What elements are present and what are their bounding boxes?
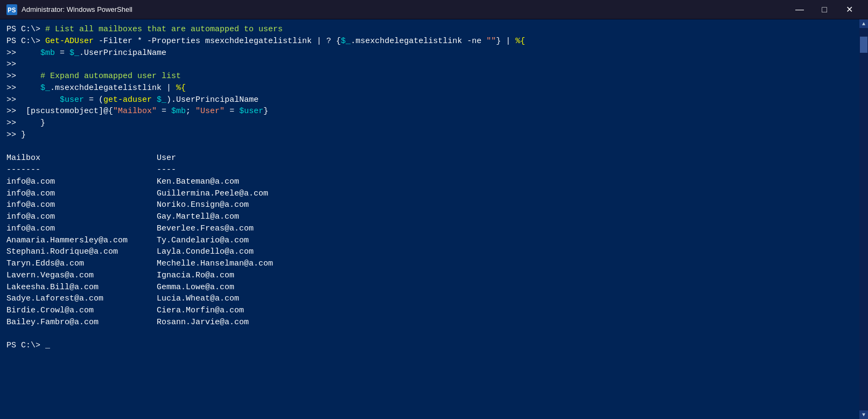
- table-separator: ------- ----: [6, 164, 862, 176]
- table-row: Anamaria.Hammersley@a.com Ty.Candelario@…: [6, 235, 862, 247]
- terminal-line: >> # Expand automapped user list: [6, 71, 862, 82]
- powershell-icon: PS: [6, 4, 17, 15]
- close-button[interactable]: ✕: [837, 0, 862, 19]
- table-row: Stephani.Rodrique@a.com Layla.Condello@a…: [6, 246, 862, 258]
- table-row: info@a.com Ken.Bateman@a.com: [6, 176, 862, 188]
- svg-text:PS: PS: [8, 6, 16, 15]
- maximize-button[interactable]: □: [812, 0, 837, 19]
- terminal-line: >> $_.msexchdelegatelistlink | %{: [6, 82, 862, 94]
- terminal-line: [6, 141, 862, 153]
- terminal-line: >> }: [6, 129, 862, 141]
- table-row: Bailey.Fambro@a.com Rosann.Jarvie@a.com: [6, 317, 862, 329]
- terminal-outer: PS C:\> # List all mailboxes that are au…: [0, 19, 868, 419]
- terminal-line: PS C:\> Get-ADUser -Filter * -Properties…: [6, 36, 862, 47]
- terminal-line: >> $mb = $_.UserPrincipalName: [6, 47, 862, 59]
- table-row: Birdie.Crowl@a.com Ciera.Morfin@a.com: [6, 305, 862, 317]
- terminal[interactable]: PS C:\> # List all mailboxes that are au…: [0, 19, 868, 419]
- terminal-line: >> $user = (get-aduser $_).UserPrincipal…: [6, 94, 862, 106]
- terminal-line: >>: [6, 59, 862, 71]
- table-header: Mailbox User: [6, 152, 862, 164]
- table-row: Lavern.Vegas@a.com Ignacia.Ro@a.com: [6, 270, 862, 282]
- terminal-line: [6, 329, 862, 340]
- scroll-down-arrow[interactable]: ▼: [859, 410, 868, 419]
- window-controls: — □ ✕: [787, 0, 862, 19]
- table-row: Sadye.Laforest@a.com Lucia.Wheat@a.com: [6, 293, 862, 305]
- table-row: Lakeesha.Bill@a.com Gemma.Lowe@a.com: [6, 282, 862, 294]
- titlebar: PS Administrator: Windows PowerShell — □…: [0, 0, 868, 19]
- terminal-line: >> [pscustomobject]@{"Mailbox" = $mb; "U…: [6, 106, 862, 117]
- window-title: Administrator: Windows PowerShell: [22, 5, 787, 13]
- table-row: info@a.com Gay.Martell@a.com: [6, 211, 862, 223]
- table-row: info@a.com Beverlee.Freas@a.com: [6, 223, 862, 235]
- table-row: info@a.com Noriko.Ensign@a.com: [6, 199, 862, 211]
- minimize-button[interactable]: —: [787, 0, 812, 19]
- terminal-line: PS C:\> # List all mailboxes that are au…: [6, 24, 862, 36]
- scrollbar[interactable]: ▲ ▼: [859, 19, 868, 419]
- terminal-line: >> }: [6, 117, 862, 129]
- terminal-prompt: PS C:\> _: [6, 340, 862, 352]
- table-row: Taryn.Edds@a.com Mechelle.Hanselman@a.co…: [6, 258, 862, 270]
- scroll-up-arrow[interactable]: ▲: [859, 19, 868, 28]
- table-row: info@a.com Guillermina.Peele@a.com: [6, 188, 862, 200]
- scroll-thumb[interactable]: [860, 37, 867, 53]
